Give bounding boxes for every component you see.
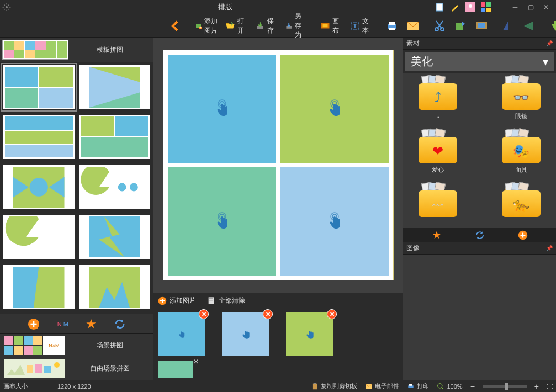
template-item[interactable] bbox=[3, 265, 75, 309]
text-button[interactable]: T文本 bbox=[347, 15, 375, 37]
asset-folder-back[interactable]: ⤴.. bbox=[407, 78, 469, 125]
delete-icon[interactable]: ✕ bbox=[199, 309, 209, 319]
template-collage-header[interactable]: 模板拼图 bbox=[0, 38, 153, 62]
add-template-icon[interactable] bbox=[28, 318, 40, 330]
zoom-out-icon[interactable]: − bbox=[470, 382, 475, 391]
copy-clipboard-button[interactable]: 复制到剪切板 bbox=[311, 382, 357, 390]
zoom-display[interactable]: 100% bbox=[437, 383, 462, 390]
canvas-viewport bbox=[153, 38, 403, 293]
filmstrip-item-small[interactable]: ✕ bbox=[158, 361, 193, 378]
svg-rect-54 bbox=[209, 300, 213, 300]
email-icon[interactable] bbox=[403, 18, 423, 34]
pencil-icon[interactable] bbox=[450, 2, 460, 12]
asset-folder-animal[interactable]: 🐆 bbox=[491, 185, 552, 224]
svg-rect-56 bbox=[313, 383, 317, 389]
save-button[interactable]: 保存 bbox=[252, 15, 280, 37]
svg-rect-39 bbox=[27, 365, 33, 373]
svg-rect-18 bbox=[389, 28, 395, 30]
assets-panel-header: 素材📌 bbox=[403, 38, 556, 50]
left-panel: 模板拼图 NM N×M 场景拼图 bbox=[0, 38, 153, 380]
nxm-icon[interactable]: NM bbox=[56, 318, 68, 330]
free-scene-collage-row[interactable]: 自由场景拼图 bbox=[0, 357, 153, 380]
pin-icon[interactable]: 📌 bbox=[546, 40, 553, 46]
close-button[interactable]: ✕ bbox=[538, 2, 554, 13]
fit-icon[interactable]: ⛶ bbox=[547, 383, 553, 390]
asset-actions bbox=[403, 228, 556, 242]
template-item[interactable] bbox=[3, 65, 75, 109]
favorite-icon[interactable] bbox=[85, 318, 97, 330]
zoom-in-icon[interactable]: + bbox=[534, 382, 539, 391]
scene-collage-row[interactable]: N×M 场景拼图 bbox=[0, 333, 153, 357]
grid-icon[interactable] bbox=[481, 2, 491, 12]
svg-rect-57 bbox=[314, 383, 316, 384]
delete-icon[interactable]: ✕ bbox=[327, 309, 337, 319]
template-item[interactable] bbox=[3, 215, 75, 259]
portrait-icon[interactable] bbox=[465, 2, 475, 12]
collage-cell-4[interactable] bbox=[280, 167, 389, 276]
filmstrip-item[interactable]: ✕ bbox=[286, 312, 333, 356]
touch-icon bbox=[214, 98, 230, 119]
filmstrip: ✕ ✕ ✕ ✕ bbox=[153, 308, 403, 380]
svg-rect-53 bbox=[209, 298, 213, 299]
svg-rect-32 bbox=[89, 216, 140, 257]
window-title: 排版 bbox=[15, 2, 435, 12]
plugin-icon[interactable] bbox=[546, 18, 556, 34]
asset-folder-heart[interactable]: ❤爱心 bbox=[407, 131, 469, 178]
svg-rect-4 bbox=[481, 2, 485, 7]
maximize-button[interactable]: ▢ bbox=[523, 2, 538, 13]
zoom-slider[interactable] bbox=[483, 385, 527, 388]
template-item[interactable] bbox=[79, 65, 150, 109]
flip-v-icon[interactable] bbox=[519, 18, 539, 34]
filmstrip-item[interactable]: ✕ bbox=[158, 312, 205, 356]
template-item[interactable] bbox=[3, 165, 75, 209]
add-image-button[interactable]: 添加图片 bbox=[192, 15, 221, 37]
image-panel-header: 图像📌 bbox=[403, 242, 556, 255]
refresh-icon[interactable] bbox=[114, 318, 126, 330]
collage-cell-3[interactable] bbox=[168, 167, 276, 276]
svg-rect-38 bbox=[4, 359, 65, 378]
filmstrip-item[interactable]: ✕ bbox=[222, 312, 269, 356]
back-button[interactable] bbox=[166, 18, 186, 34]
asset-folder-glasses[interactable]: 👓眼镜 bbox=[491, 78, 552, 125]
template-collage-label: 模板拼图 bbox=[68, 45, 151, 55]
category-dropdown[interactable]: 美化▾ bbox=[405, 52, 554, 71]
canvas-button[interactable]: 画布 bbox=[317, 15, 346, 37]
doc-icon[interactable] bbox=[435, 2, 444, 12]
template-item[interactable] bbox=[79, 265, 150, 309]
minimize-button[interactable]: ─ bbox=[507, 2, 523, 13]
collage-cell-2[interactable] bbox=[280, 55, 389, 163]
collage-cell-1[interactable] bbox=[168, 55, 276, 163]
filmstrip-clear-button[interactable]: 全部清除 bbox=[207, 296, 245, 305]
svg-point-61 bbox=[438, 383, 442, 388]
template-actions: NM bbox=[0, 314, 153, 333]
print-button[interactable]: 打印 bbox=[407, 382, 429, 390]
svg-rect-13 bbox=[323, 24, 328, 27]
template-item[interactable] bbox=[3, 115, 75, 159]
wallpaper-icon[interactable] bbox=[472, 18, 491, 34]
asset-folder-mustache[interactable]: 〰 bbox=[407, 185, 469, 224]
touch-icon bbox=[214, 211, 230, 232]
asset-folder-mask[interactable]: 🎭面具 bbox=[491, 131, 552, 178]
svg-rect-17 bbox=[389, 22, 395, 25]
template-item[interactable] bbox=[79, 115, 150, 159]
delete-icon[interactable]: ✕ bbox=[263, 309, 273, 319]
print-icon[interactable] bbox=[382, 18, 402, 34]
filmstrip-toolbar: 添加图片 全部清除 bbox=[153, 293, 403, 308]
text-label: 文本 bbox=[362, 17, 372, 35]
save-as-button[interactable]: 另存为 bbox=[282, 10, 310, 41]
add-asset-icon[interactable] bbox=[518, 230, 528, 240]
star-icon[interactable] bbox=[432, 230, 442, 240]
delete-icon[interactable]: ✕ bbox=[193, 358, 199, 365]
mini-collage-thumb bbox=[2, 40, 68, 60]
template-item[interactable] bbox=[79, 215, 150, 259]
refresh-icon[interactable] bbox=[475, 230, 485, 240]
filmstrip-add-button[interactable]: 添加图片 bbox=[158, 296, 196, 305]
cut-icon[interactable] bbox=[430, 18, 449, 34]
open-button[interactable]: 打开 bbox=[222, 15, 251, 37]
pin-icon[interactable]: 📌 bbox=[546, 245, 553, 251]
svg-rect-6 bbox=[481, 8, 485, 12]
flip-h-icon[interactable] bbox=[498, 18, 518, 34]
template-item[interactable] bbox=[79, 165, 150, 209]
email-button[interactable]: 电子邮件 bbox=[365, 382, 399, 390]
share-icon[interactable] bbox=[451, 18, 470, 34]
